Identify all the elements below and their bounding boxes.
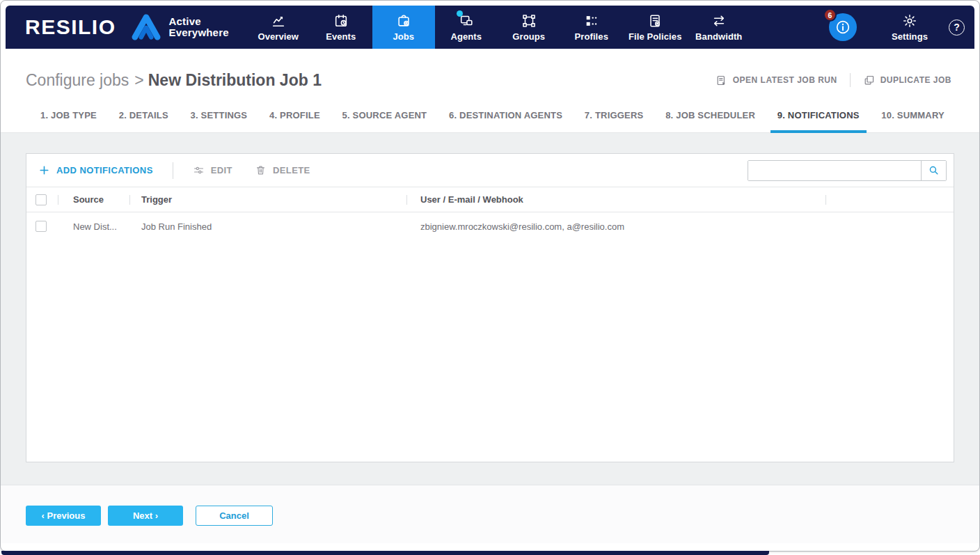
- sliders-icon: [193, 164, 205, 176]
- notifications-card: ADD NOTIFICATIONS EDIT DELETE: [26, 153, 954, 462]
- wizard-tabs: 1. JOB TYPE 2. DETAILS 3. SETTINGS 4. PR…: [1, 95, 979, 133]
- notification-count-badge: 6: [823, 8, 837, 22]
- background-window-edge: [1, 551, 769, 555]
- plus-icon: [38, 164, 50, 176]
- trash-icon: [255, 164, 267, 176]
- table-row[interactable]: New Dist... Job Run Finished zbigniew.mr…: [26, 212, 954, 240]
- page-title: New Distribution Job 1: [148, 71, 322, 89]
- content-area: ADD NOTIFICATIONS EDIT DELETE: [1, 133, 979, 485]
- nav-item-file-policies[interactable]: File Policies: [623, 6, 688, 49]
- nav-item-overview[interactable]: Overview: [247, 6, 310, 49]
- duplicate-icon: [863, 75, 875, 86]
- header-actions: OPEN LATEST JOB RUN DUPLICATE JOB: [716, 73, 951, 87]
- tab-summary[interactable]: 10. SUMMARY: [874, 107, 951, 133]
- tab-job-type[interactable]: 1. JOB TYPE: [33, 107, 104, 133]
- notifications-toolbar: ADD NOTIFICATIONS EDIT DELETE: [26, 154, 954, 187]
- header-checkbox-cell: [26, 194, 58, 205]
- info-icon: [835, 19, 851, 36]
- column-user-email-webhook[interactable]: User / E-mail / Webhook: [407, 194, 825, 205]
- agents-icon: [459, 13, 474, 29]
- search-box: [748, 160, 947, 181]
- open-job-run-icon: [716, 75, 727, 86]
- row-recipients: zbigniew.mroczkowski@resilio.com, a@resi…: [407, 221, 825, 232]
- delete-button[interactable]: DELETE: [255, 164, 310, 176]
- search-input[interactable]: [748, 161, 921, 180]
- duplicate-job-button[interactable]: DUPLICATE JOB: [863, 75, 951, 86]
- tab-notifications[interactable]: 9. NOTIFICATIONS: [770, 107, 867, 133]
- row-checkbox[interactable]: [35, 221, 47, 232]
- question-mark-icon: ?: [954, 22, 960, 33]
- top-navbar: RESILIO Active Everywhere Overview: [6, 6, 974, 49]
- navbar-right-cluster: 6 Settings ?: [829, 6, 974, 49]
- column-source[interactable]: Source: [58, 194, 129, 205]
- product-name: Active Everywhere: [169, 16, 229, 38]
- add-notifications-button[interactable]: ADD NOTIFICATIONS: [38, 164, 153, 176]
- column-trigger[interactable]: Trigger: [130, 194, 406, 205]
- tab-details[interactable]: 2. DETAILS: [112, 107, 175, 133]
- toolbar-divider: [173, 162, 173, 179]
- row-source: New Dist...: [58, 221, 129, 232]
- row-trigger: Job Run Finished: [130, 221, 406, 232]
- breadcrumb: Configure jobs>New Distribution Job 1: [26, 71, 322, 90]
- notifications-info-button[interactable]: 6: [829, 13, 857, 41]
- page-header: Configure jobs>New Distribution Job 1 OP…: [1, 49, 979, 95]
- wizard-footer: ‹ Previous Next › Cancel: [1, 485, 979, 543]
- cancel-button[interactable]: Cancel: [196, 506, 273, 526]
- tab-settings[interactable]: 3. SETTINGS: [184, 107, 255, 133]
- row-checkbox-cell: [26, 221, 58, 232]
- profiles-icon: [584, 13, 599, 29]
- app-window: RESILIO Active Everywhere Overview: [0, 0, 980, 552]
- tab-triggers[interactable]: 7. TRIGGERS: [578, 107, 651, 133]
- file-gear-icon: [647, 13, 663, 29]
- next-button[interactable]: Next ›: [108, 506, 183, 526]
- active-everywhere-mark-icon: [130, 13, 162, 41]
- tab-job-scheduler[interactable]: 8. JOB SCHEDULER: [658, 107, 762, 133]
- breadcrumb-separator: >: [129, 71, 148, 89]
- nav-item-profiles[interactable]: Profiles: [560, 6, 623, 49]
- bandwidth-arrows-icon: [711, 13, 727, 29]
- tab-profile[interactable]: 4. PROFILE: [262, 107, 327, 133]
- groups-icon: [521, 13, 537, 29]
- main-nav: Overview Events Jobs: [247, 6, 750, 49]
- nav-item-settings[interactable]: Settings: [889, 6, 931, 49]
- table-header: Source Trigger User / E-mail / Webhook: [26, 187, 954, 212]
- gear-icon: [902, 13, 917, 29]
- nav-item-events[interactable]: Events: [310, 6, 372, 49]
- previous-button[interactable]: ‹ Previous: [26, 506, 101, 526]
- open-latest-job-run-button[interactable]: OPEN LATEST JOB RUN: [716, 75, 837, 86]
- edit-button[interactable]: EDIT: [193, 164, 232, 176]
- search-button[interactable]: [921, 161, 946, 180]
- tab-source-agent[interactable]: 5. SOURCE AGENT: [335, 107, 434, 133]
- line-chart-icon: [271, 13, 286, 29]
- calendar-clock-icon: [333, 13, 349, 29]
- breadcrumb-configure-jobs[interactable]: Configure jobs: [26, 71, 129, 89]
- header-actions-divider: [850, 73, 851, 87]
- column-divider: [825, 195, 826, 205]
- select-all-checkbox[interactable]: [35, 194, 47, 205]
- resilio-logo: RESILIO: [6, 15, 130, 39]
- nav-item-jobs[interactable]: Jobs: [372, 6, 435, 49]
- agents-status-dot: [457, 10, 463, 17]
- nav-item-bandwidth[interactable]: Bandwidth: [688, 6, 750, 49]
- help-button[interactable]: ?: [949, 19, 965, 36]
- active-everywhere-logo: Active Everywhere: [130, 13, 247, 41]
- search-icon: [928, 164, 940, 176]
- nav-item-groups[interactable]: Groups: [498, 6, 560, 49]
- briefcase-gear-icon: [396, 13, 411, 29]
- nav-item-agents[interactable]: Agents: [435, 6, 498, 49]
- tab-destination-agents[interactable]: 6. DESTINATION AGENTS: [442, 107, 569, 133]
